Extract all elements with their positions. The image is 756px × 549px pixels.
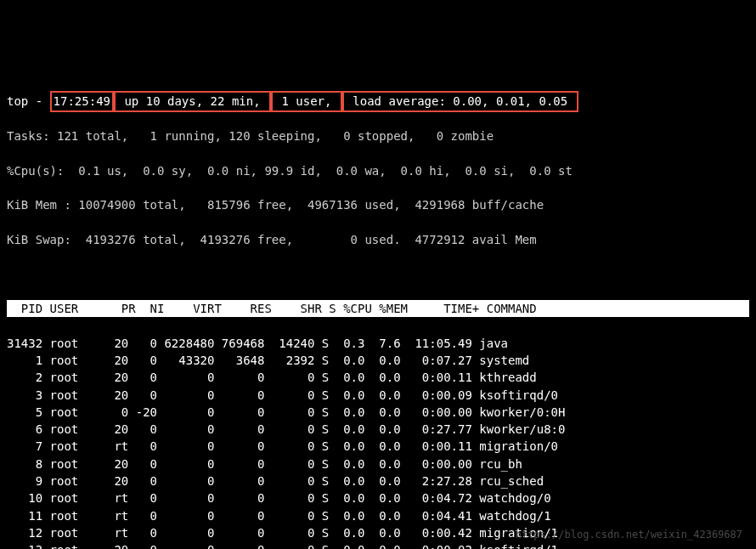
mem-line: KiB Mem : 10074900 total, 815796 free, 4… (7, 196, 749, 213)
current-time-box: 17:25:49 (50, 91, 114, 111)
process-list: 31432 root 20 0 6228480 769468 14240 S 0… (7, 335, 749, 549)
summary-line: top - 17:25:49 up 10 days, 22 min, 1 use… (7, 93, 749, 110)
uptime-box: up 10 days, 22 min, (114, 91, 271, 111)
process-row: 10 root rt 0 0 0 0 S 0.0 0.0 0:04.72 wat… (7, 490, 749, 507)
terminal-output: top - 17:25:49 up 10 days, 22 min, 1 use… (7, 76, 749, 549)
column-header: PID USER PR NI VIRT RES SHR S %CPU %MEM … (7, 300, 749, 317)
process-row: 8 root 20 0 0 0 0 S 0.0 0.0 0:00.00 rcu_… (7, 456, 749, 473)
swap-line: KiB Swap: 4193276 total, 4193276 free, 0… (7, 231, 749, 248)
process-row: 6 root 20 0 0 0 0 S 0.0 0.0 0:27.77 kwor… (7, 421, 749, 438)
process-row: 1 root 20 0 43320 3648 2392 S 0.0 0.0 0:… (7, 352, 749, 369)
blank-line (7, 265, 749, 282)
process-row: 2 root 20 0 0 0 0 S 0.0 0.0 0:00.11 kthr… (7, 369, 749, 386)
process-row: 5 root 0 -20 0 0 0 S 0.0 0.0 0:00.00 kwo… (7, 404, 749, 421)
process-row: 9 root 20 0 0 0 0 S 0.0 0.0 2:27.28 rcu_… (7, 473, 749, 490)
users-box: 1 user, (271, 91, 342, 111)
top-prefix: top - (7, 94, 50, 108)
loadavg-box: load average: 0.00, 0.01, 0.05 (342, 91, 578, 111)
process-row: 7 root rt 0 0 0 0 S 0.0 0.0 0:00.11 migr… (7, 438, 749, 455)
tasks-line: Tasks: 121 total, 1 running, 120 sleepin… (7, 127, 749, 144)
process-row: 13 root 20 0 0 0 0 S 0.0 0.0 0:00.02 kso… (7, 541, 749, 549)
process-row: 31432 root 20 0 6228480 769468 14240 S 0… (7, 335, 749, 352)
process-row: 3 root 20 0 0 0 0 S 0.0 0.0 0:00.09 ksof… (7, 387, 749, 404)
process-row: 11 root rt 0 0 0 0 S 0.0 0.0 0:04.41 wat… (7, 507, 749, 524)
cpu-line: %Cpu(s): 0.1 us, 0.0 sy, 0.0 ni, 99.9 id… (7, 162, 749, 179)
watermark: https://blog.csdn.net/weixin_42369687 (516, 528, 742, 542)
